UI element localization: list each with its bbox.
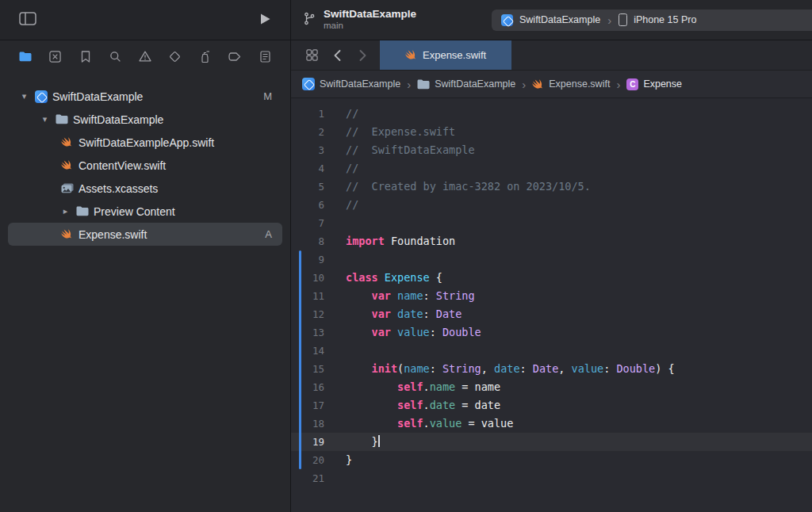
line-number[interactable]: 6 [291,196,334,214]
scheme-target[interactable]: SwiftDataExample [519,14,600,25]
line-text: self.value = value [334,415,513,433]
folder-icon [55,114,68,124]
chevron-separator-icon: › [615,78,621,90]
breadcrumb-item-swiftdataexample[interactable]: SwiftDataExample [417,78,515,90]
main-split: ▾SwiftDataExampleM▾SwiftDataExampleSwift… [0,40,812,512]
source-change-bar [299,250,301,469]
code-line-4[interactable]: 4// [291,159,812,178]
tree-item-swiftdataexample[interactable]: ▾SwiftDataExampleM [8,85,282,108]
related-items-grid-icon[interactable] [299,40,324,70]
line-number[interactable]: 19 [291,433,334,451]
line-number[interactable]: 2 [291,123,334,141]
code-line-19[interactable]: 19 } [291,433,812,451]
tree-item-contentview-swift[interactable]: ContentView.swift [8,154,282,177]
line-number[interactable]: 20 [291,451,334,469]
line-text [334,250,346,269]
tab-expense-swift[interactable]: Expense.swift [380,40,511,70]
line-number[interactable]: 21 [291,469,334,487]
code-line-16[interactable]: 16 self.name = name [291,378,812,396]
code-line-8[interactable]: 8import Foundation [291,232,812,250]
toolbar: SwiftDataExample main SwiftDataExample ›… [0,0,812,40]
line-number[interactable]: 8 [291,232,334,250]
code-line-1[interactable]: 1// [291,105,812,123]
line-number[interactable]: 7 [291,214,334,232]
tree-item-label: Expense.swift [79,228,147,241]
line-text: var value: Double [334,323,481,342]
disclosure-open-icon[interactable]: ▾ [19,91,29,101]
line-number[interactable]: 10 [291,269,334,287]
bookmark-navigator-icon[interactable] [78,48,94,64]
line-text: // Expense.swift [334,123,455,141]
code-line-5[interactable]: 5// Created by imac-3282 on 2023/10/5. [291,178,812,196]
back-button[interactable] [324,40,350,70]
play-icon [259,13,271,28]
scheme-selector[interactable]: SwiftDataExample › iPhone 15 Pro [492,10,812,31]
report-navigator-icon[interactable] [257,48,273,64]
line-number[interactable]: 15 [291,360,334,378]
tree-item-swiftdataexample[interactable]: ▾SwiftDataExample [8,108,282,131]
line-number[interactable]: 1 [291,105,334,123]
swift-icon [60,228,74,240]
scheme-device[interactable]: iPhone 15 Pro [634,14,696,25]
code-line-20[interactable]: 20} [291,451,812,469]
find-navigator-icon[interactable] [107,48,123,64]
project-navigator-icon[interactable] [17,48,33,64]
line-number[interactable]: 4 [291,159,334,178]
code-line-3[interactable]: 3// SwiftDataExample [291,141,812,159]
tree-item-preview-content[interactable]: ▸Preview Content [8,200,282,223]
breadcrumb-item-expense[interactable]: CExpense [626,78,682,90]
project-icon [302,78,315,90]
forward-button[interactable] [350,40,375,70]
xcode-window: SwiftDataExample main SwiftDataExample ›… [0,0,812,512]
line-text: // [334,105,358,123]
code-line-2[interactable]: 2// Expense.swift [291,123,812,141]
line-text [334,469,346,487]
code-line-11[interactable]: 11 var name: String [291,287,812,305]
source-control-branch-icon [304,12,315,29]
tree-item-expense-swift[interactable]: Expense.swiftA [8,223,282,246]
code-line-6[interactable]: 6// [291,196,812,214]
line-number[interactable]: 5 [291,178,334,196]
line-number[interactable]: 9 [291,250,334,269]
folder-icon [75,206,89,216]
project-title: SwiftDataExample [324,8,416,21]
line-number[interactable]: 11 [291,287,334,305]
line-number[interactable]: 13 [291,323,334,342]
code-line-13[interactable]: 13 var value: Double [291,323,812,342]
folder-icon [417,79,430,90]
line-number[interactable]: 12 [291,305,334,323]
toggle-navigator-button[interactable] [19,12,36,28]
breakpoint-navigator-icon[interactable] [227,48,243,64]
test-navigator-icon[interactable] [167,48,183,64]
tree-item-assets-xcassets[interactable]: Assets.xcassets [8,177,282,200]
line-number[interactable]: 14 [291,342,334,360]
code-line-17[interactable]: 17 self.date = date [291,396,812,415]
breadcrumb-item-swiftdataexample[interactable]: SwiftDataExample [302,78,400,90]
issue-navigator-icon[interactable] [137,48,153,64]
code-line-21[interactable]: 21 [291,469,812,487]
code-line-15[interactable]: 15 init(name: String, date: Date, value:… [291,360,812,378]
toolbar-left [0,0,291,40]
disclosure-closed-icon[interactable]: ▸ [60,206,71,216]
line-number[interactable]: 16 [291,378,334,396]
disclosure-open-icon[interactable]: ▾ [40,114,50,124]
debug-navigator-icon[interactable] [197,48,213,64]
line-text: var name: String [334,287,475,305]
line-number[interactable]: 18 [291,415,334,433]
code-line-7[interactable]: 7 [291,214,812,232]
code-line-10[interactable]: 10class Expense { [291,269,812,287]
source-control-navigator-icon[interactable] [48,48,63,64]
code-line-9[interactable]: 9 [291,250,812,269]
breadcrumb-item-expense-swift[interactable]: Expense.swift [532,78,610,90]
code-line-18[interactable]: 18 self.value = value [291,415,812,433]
run-button[interactable] [259,13,271,28]
code-line-14[interactable]: 14 [291,342,812,360]
line-number[interactable]: 3 [291,141,334,159]
code-line-12[interactable]: 12 var date: Date [291,305,812,323]
line-text: self.name = name [334,378,500,396]
tree-item-swiftdataexampleapp-swift[interactable]: SwiftDataExampleApp.swift [8,131,282,154]
line-text: } [334,451,352,469]
sidebar-toggle-icon [19,12,36,28]
code-editor[interactable]: 1//2// Expense.swift3// SwiftDataExample… [291,98,812,512]
line-number[interactable]: 17 [291,396,334,415]
